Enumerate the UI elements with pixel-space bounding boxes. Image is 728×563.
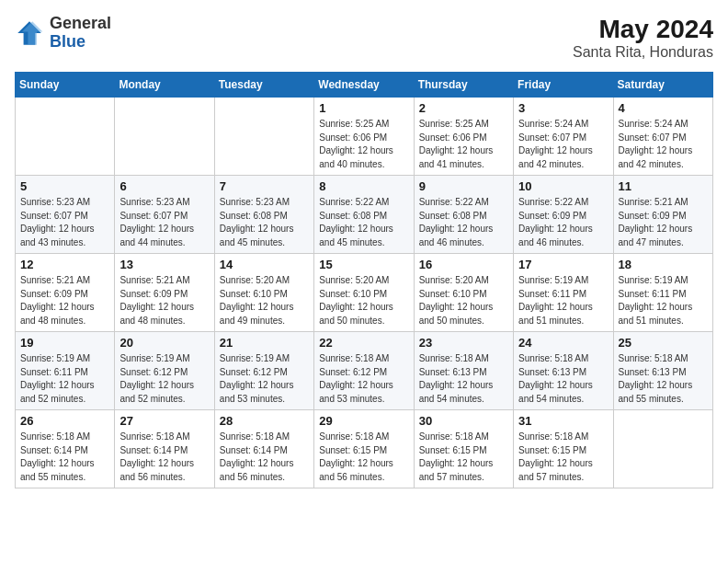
day-number: 1	[319, 101, 408, 115]
calendar-week-3: 19Sunrise: 5:19 AM Sunset: 6:11 PM Dayli…	[16, 332, 713, 410]
day-number: 29	[319, 414, 408, 428]
calendar-cell: 15Sunrise: 5:20 AM Sunset: 6:10 PM Dayli…	[314, 254, 414, 332]
day-number: 18	[619, 258, 708, 271]
calendar-week-1: 5Sunrise: 5:23 AM Sunset: 6:07 PM Daylig…	[16, 176, 713, 254]
calendar-cell	[613, 410, 712, 488]
day-info: Sunrise: 5:20 AM Sunset: 6:10 PM Dayligh…	[419, 274, 508, 327]
day-info: Sunrise: 5:18 AM Sunset: 6:12 PM Dayligh…	[319, 352, 408, 406]
calendar-cell: 30Sunrise: 5:18 AM Sunset: 6:15 PM Dayli…	[414, 410, 513, 488]
day-number: 16	[419, 258, 508, 271]
calendar-cell: 1Sunrise: 5:25 AM Sunset: 6:06 PM Daylig…	[314, 98, 414, 176]
calendar-cell: 23Sunrise: 5:18 AM Sunset: 6:13 PM Dayli…	[414, 332, 513, 410]
day-number: 10	[518, 179, 608, 193]
day-info: Sunrise: 5:22 AM Sunset: 6:09 PM Dayligh…	[518, 196, 608, 249]
day-info: Sunrise: 5:25 AM Sunset: 6:06 PM Dayligh…	[319, 118, 408, 171]
day-number: 14	[220, 258, 309, 271]
day-info: Sunrise: 5:18 AM Sunset: 6:15 PM Dayligh…	[319, 431, 408, 484]
calendar-cell: 5Sunrise: 5:23 AM Sunset: 6:07 PM Daylig…	[16, 176, 115, 254]
calendar-cell	[16, 98, 115, 176]
day-info: Sunrise: 5:19 AM Sunset: 6:11 PM Dayligh…	[619, 274, 708, 327]
day-number: 24	[518, 336, 608, 350]
day-info: Sunrise: 5:21 AM Sunset: 6:09 PM Dayligh…	[119, 274, 209, 327]
calendar-cell: 13Sunrise: 5:21 AM Sunset: 6:09 PM Dayli…	[115, 254, 214, 332]
day-info: Sunrise: 5:25 AM Sunset: 6:06 PM Dayligh…	[419, 118, 508, 171]
day-info: Sunrise: 5:19 AM Sunset: 6:12 PM Dayligh…	[119, 352, 209, 406]
calendar-header: SundayMondayTuesdayWednesdayThursdayFrid…	[16, 73, 713, 98]
day-info: Sunrise: 5:18 AM Sunset: 6:14 PM Dayligh…	[119, 431, 209, 484]
header-day-tuesday: Tuesday	[214, 73, 313, 98]
calendar-cell	[115, 98, 214, 176]
calendar-table: SundayMondayTuesdayWednesdayThursdayFrid…	[15, 72, 713, 488]
page-title: May 2024	[573, 15, 713, 44]
calendar-cell: 18Sunrise: 5:19 AM Sunset: 6:11 PM Dayli…	[613, 254, 712, 332]
day-info: Sunrise: 5:23 AM Sunset: 6:08 PM Dayligh…	[220, 196, 309, 249]
calendar-cell: 6Sunrise: 5:23 AM Sunset: 6:07 PM Daylig…	[115, 176, 214, 254]
calendar-cell: 26Sunrise: 5:18 AM Sunset: 6:14 PM Dayli…	[16, 410, 115, 488]
header-day-sunday: Sunday	[16, 73, 115, 98]
logo-blue: Blue	[50, 32, 85, 51]
day-info: Sunrise: 5:22 AM Sunset: 6:08 PM Dayligh…	[319, 196, 408, 249]
page-subtitle: Santa Rita, Honduras	[573, 44, 713, 61]
day-number: 5	[20, 179, 109, 193]
day-info: Sunrise: 5:18 AM Sunset: 6:15 PM Dayligh…	[419, 431, 508, 484]
day-info: Sunrise: 5:20 AM Sunset: 6:10 PM Dayligh…	[220, 274, 309, 327]
day-number: 13	[119, 258, 209, 271]
calendar-cell: 25Sunrise: 5:18 AM Sunset: 6:13 PM Dayli…	[613, 332, 712, 410]
calendar-cell: 27Sunrise: 5:18 AM Sunset: 6:14 PM Dayli…	[115, 410, 214, 488]
day-number: 9	[419, 179, 508, 193]
calendar-cell: 4Sunrise: 5:24 AM Sunset: 6:07 PM Daylig…	[613, 98, 712, 176]
header-day-friday: Friday	[514, 73, 613, 98]
day-info: Sunrise: 5:18 AM Sunset: 6:14 PM Dayligh…	[220, 431, 309, 484]
day-info: Sunrise: 5:20 AM Sunset: 6:10 PM Dayligh…	[319, 274, 408, 327]
day-info: Sunrise: 5:22 AM Sunset: 6:08 PM Dayligh…	[419, 196, 508, 249]
day-info: Sunrise: 5:18 AM Sunset: 6:14 PM Dayligh…	[20, 431, 109, 484]
day-number: 8	[319, 179, 408, 193]
day-number: 23	[419, 336, 508, 350]
calendar-cell: 3Sunrise: 5:24 AM Sunset: 6:07 PM Daylig…	[514, 98, 613, 176]
header-day-thursday: Thursday	[414, 73, 513, 98]
day-number: 11	[619, 179, 708, 193]
calendar-cell: 11Sunrise: 5:21 AM Sunset: 6:09 PM Dayli…	[613, 176, 712, 254]
day-number: 25	[619, 336, 708, 350]
calendar-cell: 21Sunrise: 5:19 AM Sunset: 6:12 PM Dayli…	[214, 332, 313, 410]
calendar-cell: 12Sunrise: 5:21 AM Sunset: 6:09 PM Dayli…	[16, 254, 115, 332]
day-number: 2	[419, 101, 508, 115]
calendar-week-4: 26Sunrise: 5:18 AM Sunset: 6:14 PM Dayli…	[16, 410, 713, 488]
day-info: Sunrise: 5:23 AM Sunset: 6:07 PM Dayligh…	[20, 196, 109, 249]
day-number: 26	[20, 414, 109, 428]
logo-general: General	[50, 14, 111, 32]
day-number: 6	[119, 179, 209, 193]
day-info: Sunrise: 5:18 AM Sunset: 6:13 PM Dayligh…	[619, 352, 708, 406]
calendar-cell: 17Sunrise: 5:19 AM Sunset: 6:11 PM Dayli…	[514, 254, 613, 332]
day-info: Sunrise: 5:24 AM Sunset: 6:07 PM Dayligh…	[518, 118, 608, 171]
day-number: 30	[419, 414, 508, 428]
calendar-week-2: 12Sunrise: 5:21 AM Sunset: 6:09 PM Dayli…	[16, 254, 713, 332]
header-day-monday: Monday	[115, 73, 214, 98]
day-number: 21	[220, 336, 309, 350]
logo: General Blue	[15, 15, 111, 52]
calendar-cell: 24Sunrise: 5:18 AM Sunset: 6:13 PM Dayli…	[514, 332, 613, 410]
day-info: Sunrise: 5:19 AM Sunset: 6:11 PM Dayligh…	[20, 352, 109, 406]
calendar-cell: 20Sunrise: 5:19 AM Sunset: 6:12 PM Dayli…	[115, 332, 214, 410]
day-info: Sunrise: 5:21 AM Sunset: 6:09 PM Dayligh…	[20, 274, 109, 327]
day-number: 19	[20, 336, 109, 350]
day-number: 17	[518, 258, 608, 271]
calendar-cell: 29Sunrise: 5:18 AM Sunset: 6:15 PM Dayli…	[314, 410, 414, 488]
calendar-cell: 14Sunrise: 5:20 AM Sunset: 6:10 PM Dayli…	[214, 254, 313, 332]
calendar-cell: 19Sunrise: 5:19 AM Sunset: 6:11 PM Dayli…	[16, 332, 115, 410]
day-number: 15	[319, 258, 408, 271]
day-number: 20	[119, 336, 209, 350]
day-info: Sunrise: 5:19 AM Sunset: 6:11 PM Dayligh…	[518, 274, 608, 327]
calendar-cell: 22Sunrise: 5:18 AM Sunset: 6:12 PM Dayli…	[314, 332, 414, 410]
day-number: 22	[319, 336, 408, 350]
day-number: 28	[220, 414, 309, 428]
calendar-body: 1Sunrise: 5:25 AM Sunset: 6:06 PM Daylig…	[16, 98, 713, 488]
calendar-cell: 16Sunrise: 5:20 AM Sunset: 6:10 PM Dayli…	[414, 254, 513, 332]
day-info: Sunrise: 5:19 AM Sunset: 6:12 PM Dayligh…	[220, 352, 309, 406]
day-info: Sunrise: 5:18 AM Sunset: 6:13 PM Dayligh…	[419, 352, 508, 406]
day-info: Sunrise: 5:21 AM Sunset: 6:09 PM Dayligh…	[619, 196, 708, 249]
day-number: 27	[119, 414, 209, 428]
calendar-cell: 10Sunrise: 5:22 AM Sunset: 6:09 PM Dayli…	[514, 176, 613, 254]
day-number: 7	[220, 179, 309, 193]
day-info: Sunrise: 5:18 AM Sunset: 6:15 PM Dayligh…	[518, 431, 608, 484]
